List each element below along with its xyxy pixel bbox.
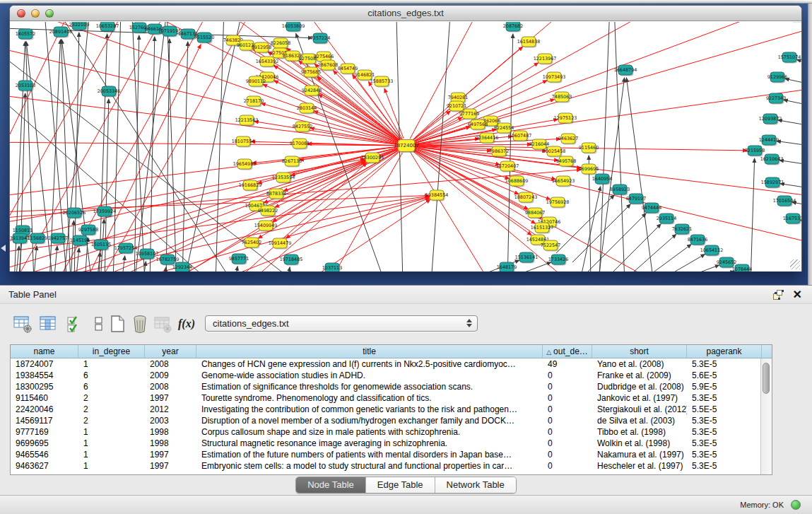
resize-grip[interactable] [790,259,800,269]
graph-node[interactable]: 9115460 [579,143,599,154]
graph-node[interactable]: 19166829 [239,180,262,192]
graph-node[interactable]: 19718485 [280,255,303,266]
tab-network-table[interactable]: Network Table [435,477,516,493]
table-row[interactable]: 1456911722003Disruption of a novel membe… [11,415,772,426]
graph-node[interactable]: 10914479 [269,238,292,250]
graph-node[interactable]: 2053103 [16,81,35,92]
graph-node[interactable]: 1648179 [497,262,517,271]
graph-node[interactable]: 9242848 [302,86,322,97]
graph-node[interactable]: 15751074 [778,52,801,64]
graph-node[interactable]: 7625402 [242,238,261,249]
graph-node[interactable]: 8215958 [745,146,765,157]
graph-node[interactable]: 7522547 [541,240,560,252]
column-header-name[interactable]: name [11,345,78,358]
table-row[interactable]: 946362711997Embryonic stem cells: a mode… [11,460,772,472]
graph-node[interactable]: 8912958 [252,42,271,54]
graph-node[interactable]: 15892971 [761,177,784,189]
graph-node[interactable]: 16151327 [531,223,554,234]
graph-node[interactable]: 1942757 [48,233,68,245]
memory-status-indicator[interactable] [791,500,801,510]
graph-node[interactable]: 1167533 [783,214,801,225]
graph-node[interactable]: 10958107 [136,249,159,260]
graph-node[interactable]: 9227343 [766,93,786,105]
graph-node[interactable]: 18807243 [514,192,538,204]
graph-node[interactable]: 15409949 [254,221,278,232]
network-canvas[interactable]: 1872400774638229601234891295882260589275… [10,22,801,271]
graph-node[interactable]: 9210721 [447,101,466,112]
graph-node[interactable]: 8958923 [610,185,630,196]
graph-node[interactable]: 2718170 [244,96,264,107]
graph-node[interactable]: 8216044 [529,139,549,151]
graph-node[interactable]: 17016504 [773,196,796,207]
tab-node-table[interactable]: Node Table [296,477,365,493]
graph-node[interactable]: 15136141 [515,252,539,264]
graph-node[interactable]: 9495768 [556,156,576,168]
graph-node[interactable]: 9498222 [258,206,278,217]
graph-node[interactable]: 9129966 [767,72,787,83]
graph-node[interactable]: 16053809 [282,22,305,33]
graph-node[interactable]: 16154838 [517,37,541,48]
column-header-pagerank[interactable]: pagerank [687,345,762,358]
graph-node[interactable]: 6497568 [468,119,488,131]
collapse-left-panel-icon[interactable] [1,245,6,252]
tab-edge-table[interactable]: Edge Table [365,477,435,493]
graph-node[interactable]: 2935114 [657,214,676,225]
graph-node[interactable]: 8878334 [266,189,286,200]
graph-node[interactable]: 7986372 [489,146,509,158]
graph-node[interactable]: 9699695 [579,164,599,175]
import-table-icon[interactable] [153,314,172,334]
minimize-window-button[interactable] [31,9,40,18]
graph-node[interactable]: 9463627 [558,134,578,145]
column-header-in_degree[interactable]: in_degree [78,345,145,358]
graph-node[interactable]: 8226058 [271,38,290,49]
graph-node[interactable]: 9884067 [525,208,545,219]
graph-node[interactable]: 1244419 [759,135,779,146]
graph-node[interactable]: 17957254 [114,243,138,255]
table-row[interactable]: 1938455462009Genome-wide association stu… [11,370,772,381]
graph-node[interactable]: 12213967 [534,54,557,65]
graph-node[interactable]: 8427552 [293,122,312,133]
graph-node[interactable]: 7357224 [310,33,330,45]
graph-node[interactable]: 15885733 [370,76,394,88]
graph-node[interactable]: 2087682 [503,22,523,33]
row-height-icon[interactable] [89,314,109,334]
graph-node[interactable]: 20206526 [63,208,86,219]
graph-node[interactable]: 1078444 [732,264,752,271]
table-row[interactable]: 946554611997Estimation of the future num… [11,449,772,460]
graph-node[interactable]: 16210643 [760,154,784,165]
graph-node[interactable]: 1156829 [28,233,47,245]
graph-node[interactable]: 1505135 [91,240,111,251]
graph-node[interactable]: 12093872 [759,114,782,125]
zoom-window-button[interactable] [45,9,54,18]
close-window-button[interactable] [17,9,25,18]
graph-node[interactable]: 2803144 [297,103,317,115]
network-table-selector[interactable]: citations_edges.txt [205,315,478,332]
scrollbar-thumb[interactable] [763,363,770,394]
column-header-out_de[interactable]: △out_de… [543,345,592,358]
vertical-scrollbar[interactable] [760,358,772,474]
graph-node[interactable]: 6479197 [626,194,646,205]
graph-node[interactable]: 8471636 [688,235,707,246]
graph-node[interactable]: 9297588 [78,225,98,236]
float-panel-icon[interactable] [773,290,784,300]
graph-node[interactable]: 9890112 [246,76,266,88]
graph-node[interactable]: 18107554 [232,136,255,148]
table-row[interactable]: 2242004622012Investigating the contribut… [11,404,772,415]
graph-node[interactable]: 1640954 [592,174,612,185]
column-header-short[interactable]: short [592,345,687,358]
graph-node[interactable]: 10973493 [543,72,566,83]
graph-node[interactable]: 19654985 [233,159,257,170]
graph-node[interactable]: 20891406 [49,27,73,38]
graph-node[interactable]: 1292344 [172,262,192,271]
graph-node[interactable]: 8267130 [282,156,302,168]
graph-node[interactable]: 7632621 [672,224,692,235]
show-columns-icon[interactable] [38,314,58,334]
graph-node[interactable]: 16648794 [614,65,637,76]
table-row[interactable]: 1830029562008Estimation of significance … [11,381,772,392]
graph-node[interactable]: 19384554 [425,190,449,201]
table-row[interactable]: 969969511998Structural magnetic resonanc… [11,438,772,449]
graph-node[interactable]: 19756928 [546,197,570,209]
graph-node[interactable]: 20053346 [98,86,121,98]
graph-node[interactable]: 1037113 [322,263,342,271]
graph-node[interactable]: 7485063 [552,92,572,103]
